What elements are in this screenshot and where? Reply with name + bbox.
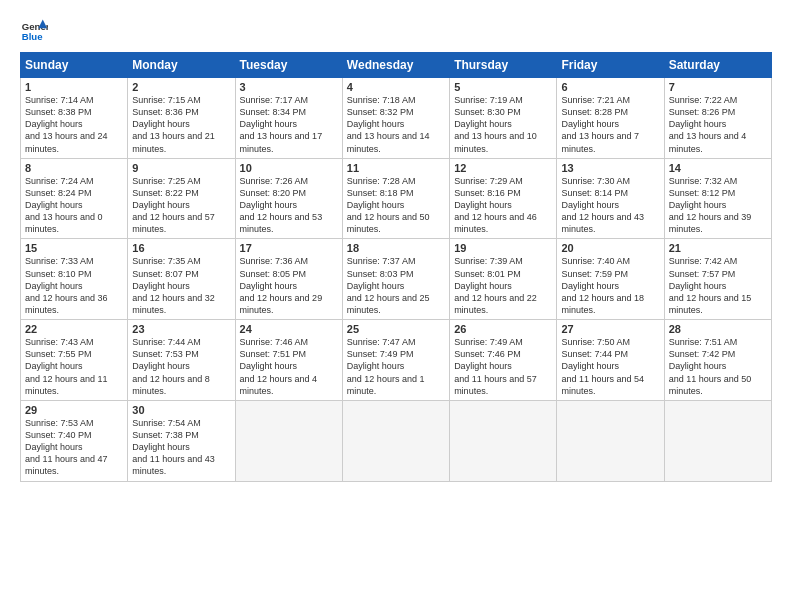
day-info: Sunrise: 7:24 AM Sunset: 8:24 PM Dayligh… xyxy=(25,175,123,236)
calendar-header-thursday: Thursday xyxy=(450,53,557,78)
day-info: Sunrise: 7:26 AM Sunset: 8:20 PM Dayligh… xyxy=(240,175,338,236)
day-info: Sunrise: 7:21 AM Sunset: 8:28 PM Dayligh… xyxy=(561,94,659,155)
calendar-cell: 26 Sunrise: 7:49 AM Sunset: 7:46 PM Dayl… xyxy=(450,320,557,401)
calendar-cell xyxy=(450,400,557,481)
day-info: Sunrise: 7:18 AM Sunset: 8:32 PM Dayligh… xyxy=(347,94,445,155)
calendar-cell: 3 Sunrise: 7:17 AM Sunset: 8:34 PM Dayli… xyxy=(235,78,342,159)
day-number: 2 xyxy=(132,81,230,93)
calendar-header-row: SundayMondayTuesdayWednesdayThursdayFrid… xyxy=(21,53,772,78)
calendar-cell: 21 Sunrise: 7:42 AM Sunset: 7:57 PM Dayl… xyxy=(664,239,771,320)
calendar-cell: 5 Sunrise: 7:19 AM Sunset: 8:30 PM Dayli… xyxy=(450,78,557,159)
calendar-cell: 6 Sunrise: 7:21 AM Sunset: 8:28 PM Dayli… xyxy=(557,78,664,159)
calendar-header-tuesday: Tuesday xyxy=(235,53,342,78)
day-number: 26 xyxy=(454,323,552,335)
calendar-cell: 13 Sunrise: 7:30 AM Sunset: 8:14 PM Dayl… xyxy=(557,158,664,239)
day-number: 15 xyxy=(25,242,123,254)
day-number: 13 xyxy=(561,162,659,174)
day-info: Sunrise: 7:36 AM Sunset: 8:05 PM Dayligh… xyxy=(240,255,338,316)
day-number: 3 xyxy=(240,81,338,93)
day-number: 27 xyxy=(561,323,659,335)
calendar-cell: 19 Sunrise: 7:39 AM Sunset: 8:01 PM Dayl… xyxy=(450,239,557,320)
day-info: Sunrise: 7:46 AM Sunset: 7:51 PM Dayligh… xyxy=(240,336,338,397)
day-number: 12 xyxy=(454,162,552,174)
day-info: Sunrise: 7:29 AM Sunset: 8:16 PM Dayligh… xyxy=(454,175,552,236)
calendar-cell: 8 Sunrise: 7:24 AM Sunset: 8:24 PM Dayli… xyxy=(21,158,128,239)
day-info: Sunrise: 7:44 AM Sunset: 7:53 PM Dayligh… xyxy=(132,336,230,397)
calendar-cell: 29 Sunrise: 7:53 AM Sunset: 7:40 PM Dayl… xyxy=(21,400,128,481)
day-number: 1 xyxy=(25,81,123,93)
calendar-cell: 25 Sunrise: 7:47 AM Sunset: 7:49 PM Dayl… xyxy=(342,320,449,401)
calendar-cell: 28 Sunrise: 7:51 AM Sunset: 7:42 PM Dayl… xyxy=(664,320,771,401)
day-info: Sunrise: 7:15 AM Sunset: 8:36 PM Dayligh… xyxy=(132,94,230,155)
calendar-cell: 9 Sunrise: 7:25 AM Sunset: 8:22 PM Dayli… xyxy=(128,158,235,239)
day-info: Sunrise: 7:43 AM Sunset: 7:55 PM Dayligh… xyxy=(25,336,123,397)
logo: General Blue xyxy=(20,16,52,44)
calendar-cell xyxy=(342,400,449,481)
calendar-cell: 20 Sunrise: 7:40 AM Sunset: 7:59 PM Dayl… xyxy=(557,239,664,320)
day-info: Sunrise: 7:17 AM Sunset: 8:34 PM Dayligh… xyxy=(240,94,338,155)
calendar-cell: 30 Sunrise: 7:54 AM Sunset: 7:38 PM Dayl… xyxy=(128,400,235,481)
day-number: 8 xyxy=(25,162,123,174)
calendar-cell: 27 Sunrise: 7:50 AM Sunset: 7:44 PM Dayl… xyxy=(557,320,664,401)
day-info: Sunrise: 7:40 AM Sunset: 7:59 PM Dayligh… xyxy=(561,255,659,316)
calendar-cell: 16 Sunrise: 7:35 AM Sunset: 8:07 PM Dayl… xyxy=(128,239,235,320)
day-number: 6 xyxy=(561,81,659,93)
day-number: 19 xyxy=(454,242,552,254)
day-info: Sunrise: 7:47 AM Sunset: 7:49 PM Dayligh… xyxy=(347,336,445,397)
day-number: 22 xyxy=(25,323,123,335)
day-number: 4 xyxy=(347,81,445,93)
day-number: 23 xyxy=(132,323,230,335)
day-number: 11 xyxy=(347,162,445,174)
calendar-cell: 2 Sunrise: 7:15 AM Sunset: 8:36 PM Dayli… xyxy=(128,78,235,159)
calendar-cell: 17 Sunrise: 7:36 AM Sunset: 8:05 PM Dayl… xyxy=(235,239,342,320)
calendar-header-friday: Friday xyxy=(557,53,664,78)
day-number: 16 xyxy=(132,242,230,254)
day-info: Sunrise: 7:19 AM Sunset: 8:30 PM Dayligh… xyxy=(454,94,552,155)
day-info: Sunrise: 7:51 AM Sunset: 7:42 PM Dayligh… xyxy=(669,336,767,397)
calendar-week-5: 29 Sunrise: 7:53 AM Sunset: 7:40 PM Dayl… xyxy=(21,400,772,481)
day-info: Sunrise: 7:22 AM Sunset: 8:26 PM Dayligh… xyxy=(669,94,767,155)
header: General Blue xyxy=(20,16,772,44)
calendar-header-wednesday: Wednesday xyxy=(342,53,449,78)
calendar-cell: 24 Sunrise: 7:46 AM Sunset: 7:51 PM Dayl… xyxy=(235,320,342,401)
day-number: 7 xyxy=(669,81,767,93)
calendar-cell: 11 Sunrise: 7:28 AM Sunset: 8:18 PM Dayl… xyxy=(342,158,449,239)
day-info: Sunrise: 7:37 AM Sunset: 8:03 PM Dayligh… xyxy=(347,255,445,316)
calendar-cell: 14 Sunrise: 7:32 AM Sunset: 8:12 PM Dayl… xyxy=(664,158,771,239)
day-number: 17 xyxy=(240,242,338,254)
day-info: Sunrise: 7:50 AM Sunset: 7:44 PM Dayligh… xyxy=(561,336,659,397)
day-number: 30 xyxy=(132,404,230,416)
calendar-cell xyxy=(557,400,664,481)
calendar-header-monday: Monday xyxy=(128,53,235,78)
calendar-cell: 4 Sunrise: 7:18 AM Sunset: 8:32 PM Dayli… xyxy=(342,78,449,159)
calendar-cell: 18 Sunrise: 7:37 AM Sunset: 8:03 PM Dayl… xyxy=(342,239,449,320)
calendar-week-4: 22 Sunrise: 7:43 AM Sunset: 7:55 PM Dayl… xyxy=(21,320,772,401)
day-number: 29 xyxy=(25,404,123,416)
day-number: 21 xyxy=(669,242,767,254)
calendar-cell: 22 Sunrise: 7:43 AM Sunset: 7:55 PM Dayl… xyxy=(21,320,128,401)
day-info: Sunrise: 7:28 AM Sunset: 8:18 PM Dayligh… xyxy=(347,175,445,236)
calendar-header-sunday: Sunday xyxy=(21,53,128,78)
day-info: Sunrise: 7:39 AM Sunset: 8:01 PM Dayligh… xyxy=(454,255,552,316)
day-info: Sunrise: 7:49 AM Sunset: 7:46 PM Dayligh… xyxy=(454,336,552,397)
day-number: 5 xyxy=(454,81,552,93)
day-number: 9 xyxy=(132,162,230,174)
calendar-week-2: 8 Sunrise: 7:24 AM Sunset: 8:24 PM Dayli… xyxy=(21,158,772,239)
calendar-cell: 23 Sunrise: 7:44 AM Sunset: 7:53 PM Dayl… xyxy=(128,320,235,401)
day-number: 18 xyxy=(347,242,445,254)
logo-icon: General Blue xyxy=(20,16,48,44)
calendar-week-3: 15 Sunrise: 7:33 AM Sunset: 8:10 PM Dayl… xyxy=(21,239,772,320)
day-info: Sunrise: 7:14 AM Sunset: 8:38 PM Dayligh… xyxy=(25,94,123,155)
day-number: 28 xyxy=(669,323,767,335)
calendar-week-1: 1 Sunrise: 7:14 AM Sunset: 8:38 PM Dayli… xyxy=(21,78,772,159)
day-info: Sunrise: 7:42 AM Sunset: 7:57 PM Dayligh… xyxy=(669,255,767,316)
day-info: Sunrise: 7:32 AM Sunset: 8:12 PM Dayligh… xyxy=(669,175,767,236)
day-info: Sunrise: 7:54 AM Sunset: 7:38 PM Dayligh… xyxy=(132,417,230,478)
calendar-cell: 10 Sunrise: 7:26 AM Sunset: 8:20 PM Dayl… xyxy=(235,158,342,239)
day-info: Sunrise: 7:53 AM Sunset: 7:40 PM Dayligh… xyxy=(25,417,123,478)
calendar-cell: 7 Sunrise: 7:22 AM Sunset: 8:26 PM Dayli… xyxy=(664,78,771,159)
calendar-cell: 1 Sunrise: 7:14 AM Sunset: 8:38 PM Dayli… xyxy=(21,78,128,159)
day-info: Sunrise: 7:25 AM Sunset: 8:22 PM Dayligh… xyxy=(132,175,230,236)
svg-text:Blue: Blue xyxy=(22,31,43,42)
calendar-header-saturday: Saturday xyxy=(664,53,771,78)
